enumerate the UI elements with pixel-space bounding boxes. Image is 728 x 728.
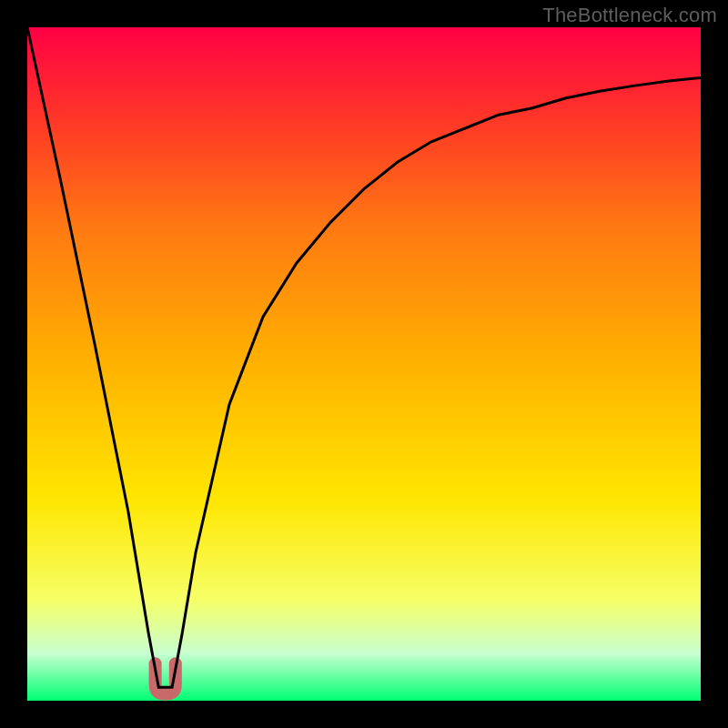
watermark-label: TheBottleneck.com bbox=[542, 4, 717, 27]
chart-container: TheBottleneck.com bbox=[0, 0, 728, 728]
bottleneck-plot bbox=[27, 27, 701, 701]
plot-background bbox=[27, 27, 701, 701]
